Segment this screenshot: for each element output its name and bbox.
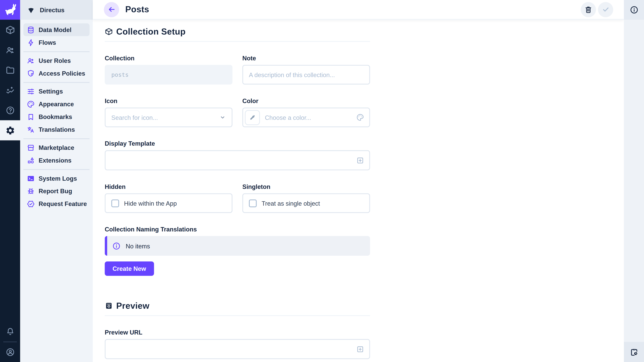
- info-icon: [630, 5, 638, 14]
- field-label: Preview URL: [105, 329, 370, 336]
- module-insights[interactable]: [0, 80, 20, 100]
- collection-form: Collection Setup Collection Note: [93, 20, 370, 359]
- settings-gear-icon: [5, 125, 15, 135]
- field-label: Note: [242, 55, 370, 62]
- field-preview-url: Preview URL: [105, 329, 370, 359]
- sidebar-item-data-model[interactable]: Data Model: [24, 23, 90, 36]
- note-input[interactable]: [243, 66, 369, 84]
- field-note: Note: [242, 55, 370, 85]
- account-button[interactable]: [0, 342, 20, 362]
- sidebar-item-report-bug[interactable]: Report Bug: [24, 185, 90, 197]
- rabbit-logo-icon: [3, 3, 17, 17]
- empty-list-notice: No items: [105, 236, 370, 256]
- sidebar-item-settings[interactable]: Settings: [24, 85, 90, 98]
- sidebar-item-label: Appearance: [38, 100, 74, 108]
- nav-divider: [24, 138, 90, 139]
- module-user-directory[interactable]: [0, 40, 20, 60]
- activity-toggle-button[interactable]: [624, 342, 644, 362]
- module-bar: [0, 0, 20, 362]
- module-content[interactable]: [0, 20, 20, 40]
- tune-icon: [27, 87, 35, 95]
- terminal-icon: [27, 174, 35, 183]
- app-window: Directus Data Model Flows: [0, 0, 644, 362]
- sidebar-item-label: Translations: [38, 126, 75, 133]
- note-input-wrapper: [242, 65, 370, 85]
- project-logo-icon: [27, 5, 35, 14]
- sidebar-info-section[interactable]: [624, 0, 644, 20]
- section-preview: Preview: [105, 301, 370, 311]
- nav-divider: [24, 169, 90, 170]
- back-button[interactable]: [104, 2, 119, 17]
- section-title: Preview: [116, 301, 150, 311]
- sidebar-item-label: Flows: [38, 39, 56, 46]
- extension-shapes-icon: [27, 156, 35, 164]
- sidebar-item-request-feature[interactable]: Request Feature: [24, 197, 90, 210]
- checkbox-label: Treat as single object: [262, 200, 320, 207]
- directus-logo[interactable]: [0, 0, 20, 20]
- pending-actions-icon: [630, 348, 638, 357]
- section-title: Collection Setup: [116, 27, 186, 36]
- module-file-library[interactable]: [0, 60, 20, 80]
- sidebar-item-label: Settings: [38, 88, 63, 95]
- header-actions: [581, 2, 613, 17]
- nav-divider: [24, 51, 90, 52]
- singleton-checkbox[interactable]: [249, 199, 257, 207]
- field-icon: Icon: [105, 97, 232, 127]
- preview-url-input-wrapper: [105, 339, 370, 359]
- help-icon: [5, 105, 15, 115]
- sidebar-item-label: Bookmarks: [38, 113, 72, 120]
- translate-icon: [27, 125, 35, 134]
- bug-icon: [27, 187, 35, 195]
- collection-input[interactable]: [106, 66, 232, 84]
- nav-list: Data Model Flows User Roles: [20, 20, 93, 210]
- display-template-input[interactable]: [106, 151, 369, 169]
- field-label: Hidden: [105, 183, 232, 190]
- sidebar-item-label: Request Feature: [38, 200, 87, 207]
- section-divider: [105, 315, 370, 316]
- field-singleton: Singleton Treat as single object: [242, 183, 370, 213]
- box-icon: [105, 27, 113, 36]
- project-name: Directus: [40, 6, 64, 13]
- check-icon: [601, 5, 610, 14]
- sidebar-item-flows[interactable]: Flows: [24, 36, 90, 49]
- checkbox-label: Hide within the App: [124, 200, 177, 207]
- create-new-button[interactable]: Create New: [105, 261, 154, 276]
- icon-search-input[interactable]: [106, 108, 232, 126]
- users-icon: [5, 45, 15, 55]
- add-box-icon[interactable]: [356, 156, 364, 164]
- project-header[interactable]: Directus: [20, 0, 93, 20]
- sidebar-item-extensions[interactable]: Extensions: [24, 154, 90, 167]
- insights-icon: [5, 85, 15, 95]
- hidden-checkbox[interactable]: [111, 199, 119, 207]
- sidebar-item-access-policies[interactable]: Access Policies: [24, 67, 90, 80]
- color-swatch-button[interactable]: [245, 110, 260, 125]
- storefront-icon: [27, 143, 35, 152]
- display-template-input-wrapper: [105, 150, 370, 170]
- sidebar-item-translations[interactable]: Translations: [24, 123, 90, 136]
- main-area: Posts: [93, 0, 624, 362]
- color-input[interactable]: [260, 108, 369, 126]
- palette-icon: [27, 100, 35, 108]
- sidebar-item-system-logs[interactable]: System Logs: [24, 172, 90, 185]
- sidebar-item-marketplace[interactable]: Marketplace: [24, 141, 90, 154]
- add-box-icon[interactable]: [356, 345, 364, 353]
- module-settings[interactable]: [0, 120, 20, 140]
- preview-url-input[interactable]: [106, 340, 369, 358]
- preview-icon: [105, 302, 113, 310]
- hidden-checkbox-row[interactable]: Hide within the App: [105, 193, 232, 213]
- nav-divider: [24, 82, 90, 83]
- eyedropper-icon: [249, 114, 256, 121]
- field-display-template: Display Template: [105, 140, 370, 170]
- sidebar-item-user-roles[interactable]: User Roles: [24, 54, 90, 67]
- singleton-checkbox-row[interactable]: Treat as single object: [242, 193, 370, 213]
- save-button[interactable]: [598, 2, 613, 17]
- sidebar-item-label: System Logs: [38, 175, 77, 182]
- chevron-down-icon[interactable]: [218, 113, 227, 121]
- delete-button[interactable]: [581, 2, 596, 17]
- bell-icon: [5, 327, 15, 336]
- sidebar-item-appearance[interactable]: Appearance: [24, 98, 90, 110]
- module-help[interactable]: [0, 100, 20, 120]
- sidebar-item-bookmarks[interactable]: Bookmarks: [24, 110, 90, 123]
- notifications-button[interactable]: [0, 322, 20, 342]
- sidebar-item-label: Report Bug: [38, 188, 72, 195]
